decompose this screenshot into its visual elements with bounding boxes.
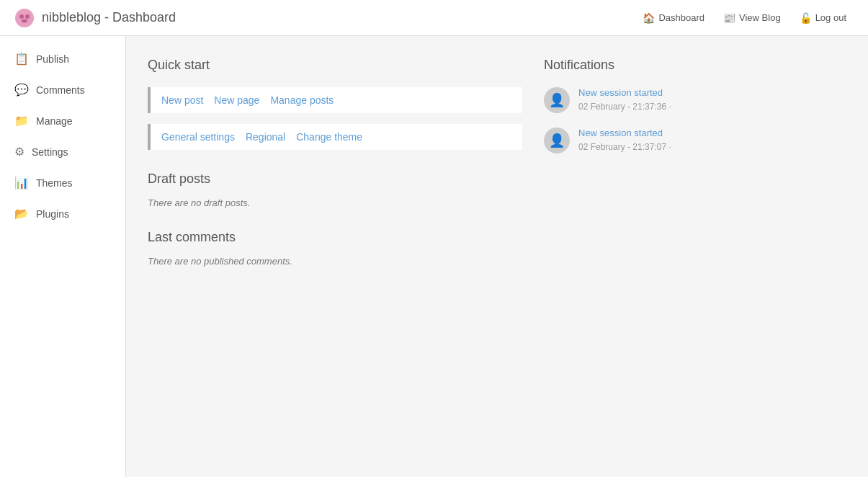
sidebar-item-plugins[interactable]: 📂 Plugins [0, 198, 125, 229]
svg-point-0 [15, 9, 34, 27]
quick-start-block-2: General settings Regional Change theme [148, 124, 522, 150]
svg-point-3 [22, 19, 27, 22]
manage-posts-link[interactable]: Manage posts [270, 94, 334, 106]
sidebar-item-comments[interactable]: 💬 Comments [0, 74, 125, 105]
notification-date-1: 02 February - 21:37:36 · [578, 102, 671, 112]
notification-avatar-2: 👤 [544, 128, 570, 153]
notification-link-2[interactable]: New session started [578, 128, 671, 138]
view-blog-icon: 📰 [723, 12, 735, 24]
main-layout: 📋 Publish 💬 Comments 📁 Manage ⚙ Settings… [0, 36, 868, 477]
sidebar-item-themes[interactable]: 📊 Themes [0, 167, 125, 198]
sidebar-item-manage[interactable]: 📁 Manage [0, 105, 125, 136]
user-icon-2: 👤 [549, 133, 565, 148]
quick-start-links-row2: General settings Regional Change theme [161, 131, 511, 143]
header-nav: 🏠 Dashboard 📰 View Blog 🔓 Log out [635, 9, 854, 27]
notification-body-1: New session started 02 February - 21:37:… [578, 87, 671, 112]
top-header: nibbleblog - Dashboard 🏠 Dashboard 📰 Vie… [0, 0, 868, 36]
last-comments-section: Last comments There are no published com… [148, 230, 522, 267]
site-logo-icon [14, 8, 35, 28]
svg-point-1 [19, 14, 24, 19]
dashboard-nav-link[interactable]: 🏠 Dashboard [635, 9, 712, 27]
quick-start-title: Quick start [148, 58, 522, 73]
draft-posts-section: Draft posts There are no draft posts. [148, 171, 522, 208]
svg-point-2 [25, 14, 30, 19]
sidebar-item-settings[interactable]: ⚙ Settings [0, 136, 125, 167]
last-comments-title: Last comments [148, 230, 522, 245]
draft-posts-title: Draft posts [148, 171, 522, 187]
sidebar-item-publish[interactable]: 📋 Publish [0, 43, 125, 74]
site-title: nibbleblog - Dashboard [42, 10, 176, 25]
content-right: Notifications 👤 New session started 02 F… [544, 58, 846, 455]
sidebar: 📋 Publish 💬 Comments 📁 Manage ⚙ Settings… [0, 36, 126, 477]
draft-posts-empty: There are no draft posts. [148, 197, 522, 208]
plugins-icon: 📂 [14, 207, 29, 220]
log-out-icon: 🔓 [800, 12, 812, 24]
view-blog-nav-link[interactable]: 📰 View Blog [716, 9, 788, 27]
quick-start-block-1: New post New page Manage posts [148, 87, 522, 113]
notifications-title: Notifications [544, 58, 846, 73]
themes-icon: 📊 [14, 176, 29, 190]
quick-start-links-row1: New post New page Manage posts [161, 94, 511, 106]
new-post-link[interactable]: New post [161, 94, 203, 106]
header-left: nibbleblog - Dashboard [14, 8, 176, 28]
dashboard-icon: 🏠 [643, 12, 655, 24]
notification-date-2: 02 February - 21:37:07 · [578, 142, 671, 152]
notification-avatar-1: 👤 [544, 87, 570, 113]
notification-item-1: 👤 New session started 02 February - 21:3… [544, 87, 846, 113]
notification-item-2: 👤 New session started 02 February - 21:3… [544, 128, 846, 153]
manage-icon: 📁 [14, 114, 29, 128]
content-area: Quick start New post New page Manage pos… [126, 36, 868, 477]
content-left: Quick start New post New page Manage pos… [148, 58, 522, 455]
new-page-link[interactable]: New page [214, 94, 259, 106]
log-out-nav-link[interactable]: 🔓 Log out [792, 9, 854, 27]
change-theme-link[interactable]: Change theme [296, 131, 362, 143]
regional-link[interactable]: Regional [246, 131, 285, 143]
notification-body-2: New session started 02 February - 21:37:… [578, 128, 671, 152]
comments-icon: 💬 [14, 83, 29, 97]
last-comments-empty: There are no published comments. [148, 256, 522, 267]
user-icon-1: 👤 [549, 92, 565, 108]
publish-icon: 📋 [14, 52, 29, 66]
settings-icon: ⚙ [14, 145, 24, 159]
notification-link-1[interactable]: New session started [578, 87, 671, 98]
general-settings-link[interactable]: General settings [161, 131, 235, 143]
